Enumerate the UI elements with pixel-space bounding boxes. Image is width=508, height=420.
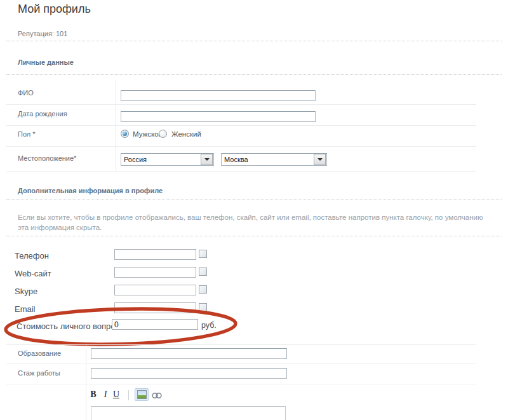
email-input[interactable] (114, 302, 196, 313)
row-divider (6, 171, 476, 172)
toolbar-divider (128, 390, 129, 400)
experience-input[interactable] (91, 368, 287, 379)
row-divider (6, 146, 476, 147)
gender-male-label[interactable]: Мужской (133, 130, 163, 138)
question-cost-label: Стоимость личного вопроса (17, 322, 124, 331)
birthdate-label: Дата рождения (18, 110, 67, 118)
location-label: Местоположение* (18, 154, 76, 162)
website-visible-checkbox[interactable] (199, 268, 207, 276)
chevron-down-icon (204, 158, 210, 161)
row-divider (6, 104, 476, 105)
gender-female-label[interactable]: Женский (171, 130, 201, 138)
education-input[interactable] (91, 348, 287, 359)
visibility-note: Если вы хотите, чтобы в профиле отобража… (18, 212, 489, 233)
page-title: Мой профиль (18, 3, 91, 16)
website-input[interactable] (114, 267, 196, 278)
education-label: Образование (18, 349, 61, 357)
profile-page: Мой профиль Репутация: 101 Личные данные… (0, 0, 508, 420)
question-cost-input[interactable] (112, 319, 198, 330)
website-label: Web-сайт (15, 269, 51, 278)
section-title-additional: Дополнительная информация в профиле (18, 187, 163, 194)
row-divider (6, 125, 476, 126)
country-select-arrow-button[interactable] (201, 154, 213, 165)
bold-button[interactable]: B (89, 390, 98, 400)
dotted-divider (6, 199, 502, 200)
skype-visible-checkbox[interactable] (199, 285, 207, 294)
link-icon (152, 392, 162, 399)
row-divider (6, 344, 476, 345)
fio-input[interactable] (121, 90, 316, 101)
gender-male-radio[interactable] (121, 130, 129, 138)
image-icon (137, 390, 147, 399)
about-textarea[interactable] (91, 406, 286, 420)
reputation-text: Репутация: 101 (18, 30, 67, 37)
dotted-divider (6, 41, 502, 41)
dotted-divider (6, 74, 502, 75)
country-select-value: Россия (121, 156, 201, 163)
phone-input[interactable] (114, 249, 196, 260)
city-select-value: Москва (222, 156, 314, 163)
phone-visible-checkbox[interactable] (199, 250, 207, 258)
column-divider (116, 81, 116, 172)
underline-button[interactable]: U (112, 390, 121, 400)
country-select[interactable]: Россия (121, 153, 214, 166)
city-select[interactable]: Москва (221, 153, 327, 166)
phone-label: Телефон (15, 251, 49, 261)
gender-female-radio[interactable] (159, 130, 167, 138)
section-title-personal: Личные данные (18, 58, 74, 66)
skype-input[interactable] (114, 285, 196, 295)
city-select-arrow-button[interactable] (314, 154, 326, 165)
birthdate-input[interactable] (121, 111, 316, 122)
currency-suffix: руб. (201, 321, 217, 330)
skype-label: Skype (15, 287, 37, 296)
insert-link-button[interactable] (152, 392, 162, 399)
chevron-down-icon (318, 158, 323, 161)
email-visible-checkbox[interactable] (199, 303, 207, 311)
gender-label: Пол * (18, 130, 36, 138)
insert-image-button[interactable] (135, 388, 149, 401)
dotted-divider (6, 236, 502, 236)
row-divider (6, 384, 476, 384)
italic-button[interactable]: I (101, 390, 110, 400)
fio-label: ФИО (18, 89, 34, 97)
row-divider (6, 363, 476, 363)
email-label: Email (15, 304, 36, 314)
column-divider (86, 344, 86, 420)
experience-label: Стаж работы (18, 369, 60, 377)
